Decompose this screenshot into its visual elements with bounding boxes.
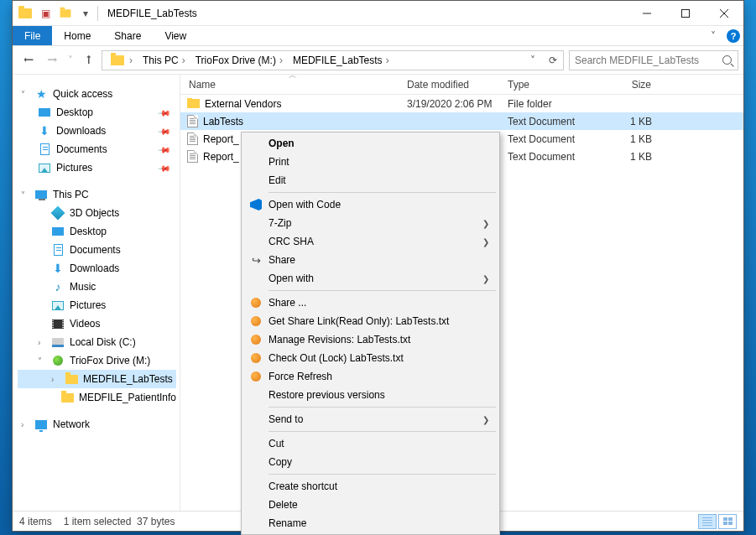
navigation-pane: ˅★Quick access Desktop📌 ⬇Downloads📌 Docu… (13, 75, 180, 511)
nav-music[interactable]: ♪Music (18, 278, 176, 296)
nav-triofox-drive[interactable]: ˅TrioFox Drive (M:) (18, 351, 176, 370)
menu-crc-sha[interactable]: CRC SHA (243, 232, 498, 251)
nav-local-disk[interactable]: ›Local Disk (C:) (18, 333, 176, 351)
search-input[interactable] (570, 55, 716, 66)
menu-rename[interactable]: Rename (243, 514, 498, 532)
downloads-icon: ⬇ (51, 262, 65, 275)
menu-edit[interactable]: Edit (243, 171, 498, 190)
pictures-icon (39, 164, 50, 173)
minimize-button[interactable] (628, 1, 666, 26)
help-button[interactable]: ? (723, 26, 743, 45)
pin-icon: 📌 (158, 143, 171, 156)
menu-share-dots[interactable]: Share ... (243, 293, 498, 312)
menu-separator (269, 431, 496, 432)
triofox-orange-icon (248, 295, 263, 310)
menu-share[interactable]: ↪Share (243, 251, 498, 269)
file-type: Text Document (499, 151, 595, 163)
nav-videos[interactable]: Videos (18, 314, 176, 333)
disk-icon (52, 338, 64, 347)
breadcrumb-thispc[interactable]: This PC› (138, 51, 190, 70)
nav-downloads[interactable]: ⬇Downloads📌 (18, 122, 176, 140)
nav-downloads-pc[interactable]: ⬇Downloads (18, 259, 176, 278)
nav-network[interactable]: ›Network (18, 415, 176, 434)
menu-open-with-code[interactable]: Open with Code (243, 195, 498, 214)
nav-quick-access[interactable]: ˅★Quick access (18, 85, 176, 103)
file-size: 1 KB (595, 116, 662, 127)
file-row[interactable]: LabTestsText Document1 KB (180, 112, 743, 130)
nav-back-button[interactable]: 🠔 (18, 49, 39, 71)
nav-desktop[interactable]: Desktop📌 (18, 103, 176, 122)
nav-3d-objects[interactable]: 3D Objects (18, 204, 176, 222)
network-icon (35, 420, 47, 429)
chevron-down-icon: ˅ (21, 190, 29, 200)
triofox-orange-icon (248, 332, 263, 347)
menu-restore-previous[interactable]: Restore previous versions (243, 386, 498, 404)
ribbon-tab-home[interactable]: Home (52, 26, 102, 45)
file-type: File folder (499, 98, 595, 110)
details-view-icon (702, 517, 712, 526)
nav-up-button[interactable]: 🠕 (78, 49, 100, 71)
chevron-right-icon: › (21, 420, 29, 429)
address-root-icon[interactable]: › (106, 51, 138, 70)
title-bar: ▣ ▾ MEDFILE_LabTests (13, 1, 743, 26)
menu-create-shortcut[interactable]: Create shortcut (243, 477, 498, 496)
breadcrumb-folder[interactable]: MEDFILE_LabTests› (288, 51, 394, 70)
close-button[interactable] (705, 1, 743, 26)
qat-customize-icon[interactable]: ▾ (76, 4, 95, 23)
nav-documents[interactable]: Documents📌 (18, 140, 176, 158)
menu-print[interactable]: Print (243, 153, 498, 171)
nav-documents-pc[interactable]: Documents (18, 241, 176, 259)
menu-manage-revisions[interactable]: Manage Revisions: LabTests.txt (243, 330, 498, 349)
triofox-orange-icon (248, 314, 263, 329)
menu-7zip[interactable]: 7-Zip (243, 214, 498, 232)
file-name: LabTests (203, 116, 243, 127)
menu-separator (269, 407, 496, 408)
ribbon-tab-share[interactable]: Share (102, 26, 153, 45)
menu-open-with[interactable]: Open with (243, 269, 498, 288)
ribbon-tab-view[interactable]: View (153, 26, 198, 45)
column-size[interactable]: Size (595, 75, 662, 94)
menu-separator (269, 290, 496, 291)
search-box[interactable] (569, 50, 738, 70)
menu-get-share-link[interactable]: Get Share Link(Read Only): LabTests.txt (243, 312, 498, 330)
refresh-button[interactable]: ⟳ (543, 51, 563, 70)
menu-send-to[interactable]: Send to (243, 410, 498, 429)
menu-open[interactable]: Open (243, 134, 498, 153)
nav-forward-button[interactable]: 🠖 (41, 49, 63, 71)
file-type: Text Document (499, 116, 595, 127)
ribbon-tab-file[interactable]: File (13, 26, 52, 45)
qat-properties-icon[interactable]: ▣ (36, 4, 55, 23)
address-bar[interactable]: › This PC› TrioFox Drive (M:)› MEDFILE_L… (102, 50, 564, 70)
menu-cut[interactable]: Cut (243, 434, 498, 453)
file-type: Text Document (499, 133, 595, 145)
column-type[interactable]: Type (499, 75, 595, 94)
file-name: External Vendors (205, 98, 281, 110)
nav-this-pc[interactable]: ˅This PC (18, 185, 176, 204)
nav-pictures[interactable]: Pictures📌 (18, 158, 176, 177)
search-button[interactable] (716, 51, 738, 70)
menu-check-out[interactable]: Check Out (Lock) LabTests.txt (243, 349, 498, 367)
status-item-count: 4 items (19, 516, 52, 527)
file-row[interactable]: External Vendors3/19/2020 2:06 PMFile fo… (180, 95, 743, 112)
nav-recent-dropdown[interactable]: ˅ (65, 49, 76, 71)
chevron-right-icon: › (51, 375, 60, 384)
breadcrumb-drive[interactable]: TrioFox Drive (M:)› (190, 51, 288, 70)
view-details-button[interactable] (698, 514, 717, 529)
column-sort-indicator: ︿ (289, 75, 295, 81)
nav-folder-patientinfo[interactable]: MEDFILE_PatientInfo (18, 388, 176, 407)
ribbon-expand-icon[interactable]: ˅ (703, 26, 723, 45)
menu-delete[interactable]: Delete (243, 496, 498, 514)
nav-folder-labtests[interactable]: ›MEDFILE_LabTests (18, 370, 176, 388)
menu-force-refresh[interactable]: Force Refresh (243, 367, 498, 386)
nav-desktop-pc[interactable]: Desktop (18, 222, 176, 241)
search-icon (722, 55, 732, 65)
qat-new-folder-icon[interactable] (56, 4, 75, 23)
menu-copy[interactable]: Copy (243, 453, 498, 471)
address-dropdown-button[interactable]: ˅ (523, 51, 543, 70)
view-large-icons-button[interactable] (718, 514, 737, 529)
column-date[interactable]: Date modified (399, 75, 499, 94)
nav-pictures-pc[interactable]: Pictures (18, 296, 176, 314)
text-file-icon (187, 115, 198, 127)
maximize-button[interactable] (666, 1, 705, 26)
share-icon: ↪ (248, 252, 263, 268)
